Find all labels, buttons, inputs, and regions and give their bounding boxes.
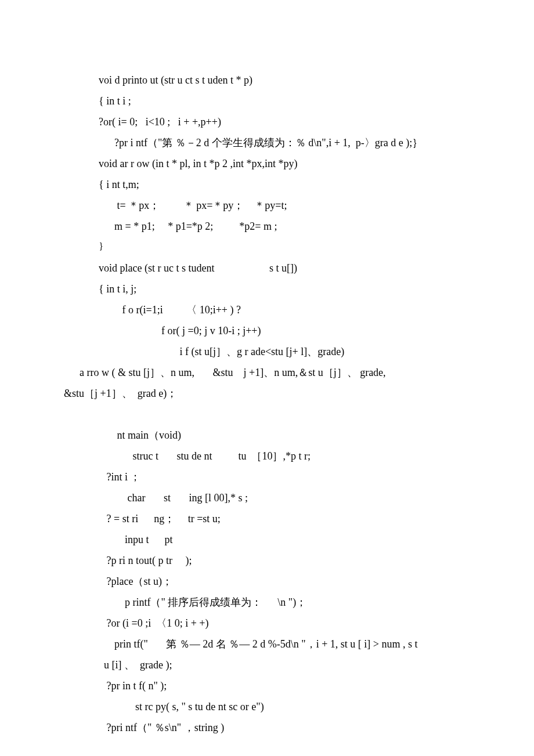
code-line: f o r(i=1;i 〈 10;i++ ) ?	[99, 299, 470, 320]
code-line: prin tf(" 第 ％— 2d 名 ％— 2 d %-5d\n "，i + …	[99, 634, 470, 654]
code-line: ｝	[99, 237, 470, 258]
code-line: ?or( i= 0; i<10 ; i + +,p++)	[99, 111, 470, 132]
code-line: f or( j =0; j v 10-i ; j++)	[99, 320, 470, 341]
code-line: inpu t pt	[99, 529, 470, 550]
code-line: ?p ri n tout( p tr );	[99, 550, 470, 571]
code-line: i f (st u[j］、g r ade<stu [j+ l]、grade)	[99, 341, 470, 362]
code-line: t= ＊px； ＊ px=＊py； ＊py=t;	[99, 195, 470, 216]
code-line: ?int i ；	[99, 466, 470, 487]
code-line: nt main（void)	[99, 425, 470, 446]
code-line: &stu［j +1］、 grad e)；	[64, 383, 470, 404]
code-line: p rintf（" 排序后得成绩单为： \n ")；	[99, 592, 470, 613]
code-line: a rro w ( & stu [j］、n um, &stu j +1]、n u…	[64, 362, 470, 383]
code-line: ?place（st u)；	[99, 571, 470, 592]
code-line: { in t i ;	[99, 91, 470, 111]
code-line: char st ing [l 00],* s ;	[99, 487, 470, 508]
code-line: m = * p1; * p1=*p 2; *p2= m ;	[99, 216, 470, 237]
code-line: ?pr in t f( n" );	[99, 675, 470, 696]
code-line	[99, 404, 470, 425]
code-line: void place (st r uc t s tudent s t u[])	[99, 258, 470, 278]
code-line: voi d printo ut (str u ct s t uden t * p…	[99, 70, 470, 91]
code-line: ?pri ntf（" ％s\n" ，string )	[99, 717, 470, 738]
code-line: void ar r ow (in t * pl, in t *p 2 ,int …	[99, 153, 470, 174]
code-line: { i nt t,m;	[99, 174, 470, 195]
document-page: voi d printo ut (str u ct s t uden t * p…	[0, 0, 534, 756]
code-line: ? = st ri ng； tr =st u;	[99, 508, 470, 529]
code-line: st rc py( s, " s tu de nt sc or e")	[99, 696, 470, 717]
code-line: ?pr i ntf（"第 ％－2 d 个学生得成绩为：％ d\n",i + 1,…	[99, 132, 470, 153]
code-line: u [i] 、 grade );	[99, 654, 470, 675]
code-line: ?or (i =0 ;i 〈1 0; i + +)	[99, 613, 470, 634]
code-line: { in t i, j;	[99, 278, 470, 299]
code-line: struc t stu de nt tu ［10］,*p t r;	[99, 446, 470, 466]
